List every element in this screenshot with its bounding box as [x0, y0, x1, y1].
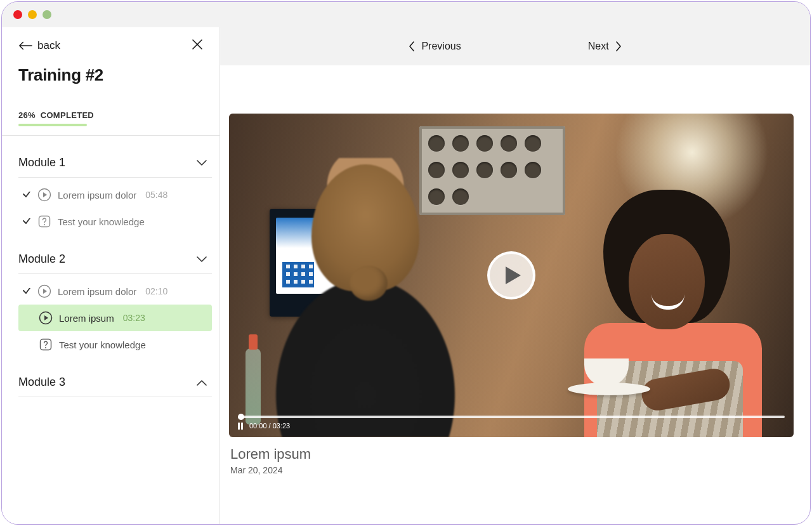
video-thumbnail-detail: [246, 348, 261, 424]
lesson-duration: 02:10: [145, 286, 167, 296]
svg-point-6: [45, 347, 46, 348]
progress-label: 26% COMPLETED: [18, 110, 203, 120]
video-date: Mar 20, 2024: [230, 465, 791, 475]
module-title: Module 1: [18, 156, 65, 169]
lesson-duration: 03:23: [123, 313, 145, 323]
module-header-1[interactable]: Module 1: [18, 147, 212, 178]
play-circle-icon: [37, 284, 51, 298]
quiz-item[interactable]: Test your knowledge: [18, 208, 212, 235]
previous-label: Previous: [421, 41, 461, 52]
sidebar: back Training #2 26% COMPLETED: [2, 27, 220, 524]
window-close-dot[interactable]: [13, 10, 22, 19]
window-titlebar: [2, 2, 810, 27]
question-icon: [39, 338, 53, 352]
chevron-left-icon: [409, 41, 415, 51]
question-icon: [37, 214, 51, 228]
lesson-item[interactable]: Lorem ipsum dolor 05:48: [18, 181, 212, 208]
video-title: Lorem ipsum: [230, 446, 791, 463]
lesson-nav-bar: Previous Next: [220, 27, 810, 65]
check-icon: [22, 218, 31, 225]
training-title: Training #2: [18, 65, 203, 85]
chevron-down-icon: [197, 256, 207, 263]
close-sidebar-button[interactable]: [192, 39, 203, 53]
chevron-down-icon: [197, 160, 207, 166]
svg-point-2: [44, 224, 45, 225]
module-2-items: Lorem ipsum dolor 02:10 Lorem ipsum 03:2…: [18, 274, 212, 367]
close-icon: [192, 39, 203, 50]
check-icon: [22, 288, 31, 294]
lesson-duration: 05:48: [145, 190, 167, 200]
play-icon: [504, 265, 522, 286]
window-minimize-dot[interactable]: [28, 10, 37, 19]
video-player[interactable]: 00:00 / 03:23: [229, 114, 794, 437]
seek-handle[interactable]: [238, 414, 244, 420]
back-button[interactable]: back: [18, 39, 60, 52]
lesson-content: 00:00 / 03:23 Lorem ipsum Mar 20, 2024: [220, 65, 810, 524]
main-content: Previous Next: [220, 27, 810, 524]
next-button[interactable]: Next: [588, 41, 622, 52]
video-control-bar: 00:00 / 03:23: [238, 416, 785, 430]
play-button[interactable]: [487, 251, 535, 299]
app-window: back Training #2 26% COMPLETED: [1, 1, 811, 525]
video-meta: Lorem ipsum Mar 20, 2024: [230, 446, 791, 475]
arrow-left-icon: [18, 41, 32, 50]
play-circle-icon: [37, 188, 51, 202]
play-circle-icon: [39, 311, 53, 325]
module-title: Module 3: [18, 376, 65, 389]
module-list: Module 1 Lorem ipsum dolor 05:: [2, 136, 219, 397]
previous-button[interactable]: Previous: [409, 41, 461, 52]
check-icon: [22, 192, 31, 198]
module-header-2[interactable]: Module 2: [18, 244, 212, 274]
lesson-label: Lorem ipsum dolor: [58, 190, 136, 201]
progress-bar: [18, 124, 87, 126]
progress-percent: 26%: [18, 110, 36, 120]
video-time-display: 00:00 / 03:23: [249, 422, 290, 430]
back-label: back: [37, 39, 60, 52]
next-label: Next: [588, 41, 609, 52]
quiz-item[interactable]: Test your knowledge: [18, 331, 212, 358]
progress-word: COMPLETED: [41, 110, 94, 120]
app-body: back Training #2 26% COMPLETED: [2, 27, 810, 524]
quiz-label: Test your knowledge: [59, 339, 146, 350]
sidebar-header: back Training #2: [2, 27, 219, 110]
window-zoom-dot[interactable]: [43, 10, 51, 19]
chevron-right-icon: [615, 41, 622, 51]
progress-block: 26% COMPLETED: [2, 110, 219, 136]
video-thumbnail-detail: [527, 171, 768, 437]
pause-button[interactable]: [238, 423, 243, 430]
chevron-up-icon: [197, 379, 207, 386]
module-header-3[interactable]: Module 3: [18, 367, 212, 397]
lesson-label: Lorem ipsum dolor: [58, 286, 136, 297]
module-1-items: Lorem ipsum dolor 05:48 Test your knowle…: [18, 178, 212, 244]
video-thumbnail-detail: [267, 158, 464, 437]
quiz-label: Test your knowledge: [58, 216, 145, 227]
lesson-item[interactable]: Lorem ipsum dolor 02:10: [18, 278, 212, 305]
module-title: Module 2: [18, 253, 65, 266]
lesson-item-current[interactable]: Lorem ipsum 03:23: [18, 305, 212, 331]
video-seek-track[interactable]: [238, 416, 785, 418]
lesson-label: Lorem ipsum: [59, 313, 114, 324]
